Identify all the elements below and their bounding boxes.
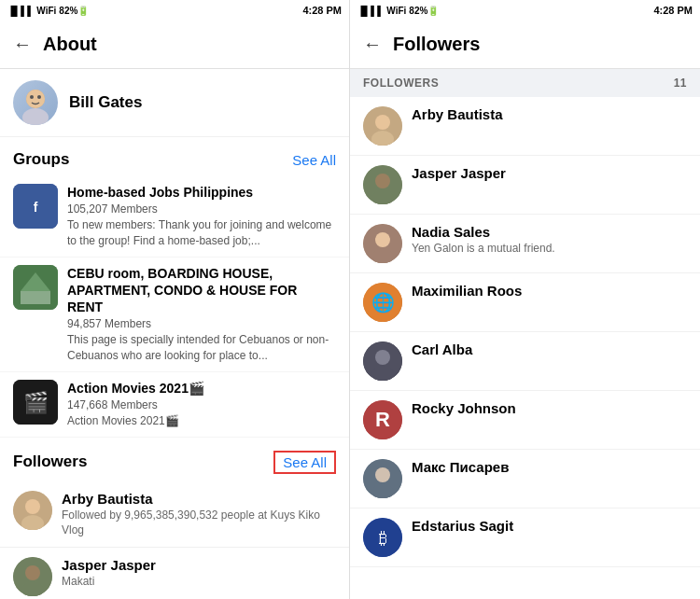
svg-text:🎬: 🎬 bbox=[23, 390, 49, 415]
avatar-arby-left bbox=[13, 491, 52, 530]
wifi-icon: WiFi bbox=[36, 6, 56, 16]
right-follower-name-3: Maximilian Roos bbox=[412, 283, 687, 299]
group-item-3[interactable]: 🎬 Action Movies 2021🎬 147,668 Members Ac… bbox=[0, 372, 349, 438]
group-members-3: 147,668 Members bbox=[67, 398, 336, 411]
follower-info-1: Arby Bautista Followed by 9,965,385,390,… bbox=[62, 491, 336, 537]
followers-label-bar: FOLLOWERS 11 bbox=[350, 69, 700, 97]
left-panel: ▐▌▌▌ WiFi 82%🔋 4:28 PM ← About Bill Gat bbox=[0, 0, 350, 599]
right-follower-name-6: Макс Писарев bbox=[412, 459, 687, 475]
rocky-img-right: R bbox=[363, 400, 402, 439]
group-item-2[interactable]: CEBU room, BOARDING HOUSE, APARTMENT, CO… bbox=[0, 258, 349, 372]
battery-icon-right: 82%🔋 bbox=[409, 6, 439, 16]
follower-sub-1: Followed by 9,965,385,390,532 people at … bbox=[62, 508, 336, 537]
group-info-2: CEBU room, BOARDING HOUSE, APARTMENT, CO… bbox=[67, 265, 336, 364]
right-follower-0[interactable]: Arby Bautista bbox=[350, 97, 700, 156]
svg-point-4 bbox=[37, 95, 41, 99]
back-button-left[interactable]: ← bbox=[13, 34, 32, 55]
page-title-right: Followers bbox=[393, 34, 480, 55]
groups-see-all[interactable]: See All bbox=[292, 152, 336, 168]
right-follower-name-2: Nadia Sales bbox=[412, 224, 687, 240]
avatar-ed-right: ₿ bbox=[363, 518, 402, 557]
avatar-bill-img bbox=[13, 80, 58, 125]
time-left: 4:28 PM bbox=[302, 5, 342, 16]
group-avatar-1: f bbox=[13, 184, 58, 229]
avatar-nadia-right bbox=[363, 224, 402, 263]
followers-count: 11 bbox=[674, 77, 687, 90]
group-avatar-3: 🎬 bbox=[13, 380, 58, 425]
group-members-1: 105,207 Members bbox=[67, 202, 336, 216]
right-follower-info-3: Maximilian Roos bbox=[412, 283, 687, 299]
profile-section: Bill Gates bbox=[0, 69, 349, 137]
back-button-right[interactable]: ← bbox=[363, 34, 382, 55]
ed-img-right: ₿ bbox=[363, 518, 402, 557]
svg-point-2 bbox=[26, 90, 45, 108]
groups-title: Groups bbox=[13, 150, 69, 169]
followers-see-all[interactable]: See All bbox=[273, 451, 336, 474]
right-follower-info-2: Nadia Sales Yen Galon is a mutual friend… bbox=[412, 224, 687, 257]
group-avatar-2 bbox=[13, 265, 58, 310]
group-img-1: f bbox=[13, 184, 58, 229]
right-follower-name-1: Jasper Jasper bbox=[412, 165, 687, 181]
svg-point-25 bbox=[375, 174, 390, 188]
svg-point-38 bbox=[375, 467, 390, 482]
svg-text:R: R bbox=[375, 408, 390, 431]
groups-section-header: Groups See All bbox=[0, 137, 349, 176]
follower-item-2[interactable]: Jasper Jasper Makati bbox=[0, 548, 349, 599]
group-name-1: Home-based Jobs Philippines bbox=[67, 184, 336, 201]
right-header: ← Followers bbox=[350, 21, 700, 69]
right-follower-3[interactable]: 🌐 Maximilian Roos bbox=[350, 273, 700, 332]
right-follower-2[interactable]: Nadia Sales Yen Galon is a mutual friend… bbox=[350, 215, 700, 273]
avatar-maks-right bbox=[363, 459, 402, 498]
right-content: Arby Bautista Jasper Jasper bbox=[350, 97, 700, 599]
group-name-3: Action Movies 2021🎬 bbox=[67, 380, 336, 397]
right-follower-7[interactable]: ₿ Edstarius Sagit bbox=[350, 508, 700, 567]
status-icons-left: ▐▌▌▌ WiFi 82%🔋 bbox=[7, 6, 89, 16]
signal-icon: ▐▌▌▌ bbox=[7, 6, 34, 16]
right-follower-4[interactable]: Carl Alba bbox=[350, 332, 700, 391]
follower-item-1[interactable]: Arby Bautista Followed by 9,965,385,390,… bbox=[0, 481, 349, 548]
right-follower-info-4: Carl Alba bbox=[412, 341, 687, 357]
right-follower-info-0: Arby Bautista bbox=[412, 106, 687, 122]
follower-sub-2: Makati bbox=[62, 575, 336, 590]
group-members-2: 94,857 Members bbox=[67, 317, 336, 330]
svg-point-13 bbox=[25, 499, 40, 514]
right-follower-info-6: Макс Писарев bbox=[412, 459, 687, 475]
group-info-3: Action Movies 2021🎬 147,668 Members Acti… bbox=[67, 380, 336, 429]
right-follower-1[interactable]: Jasper Jasper bbox=[350, 156, 700, 215]
avatar-jasper-left bbox=[13, 557, 52, 596]
time-right: 4:28 PM bbox=[653, 5, 693, 16]
follower-info-2: Jasper Jasper Makati bbox=[62, 557, 336, 590]
status-bar-right: ▐▌▌▌ WiFi 82%🔋 4:28 PM bbox=[350, 0, 700, 21]
svg-point-3 bbox=[30, 95, 34, 99]
left-header: ← About bbox=[0, 21, 349, 69]
svg-text:₿: ₿ bbox=[379, 529, 387, 548]
left-content: Bill Gates Groups See All f Home-based J… bbox=[0, 69, 349, 599]
right-follower-info-7: Edstarius Sagit bbox=[412, 518, 687, 534]
followers-label: FOLLOWERS bbox=[363, 77, 439, 90]
right-follower-sub-2: Yen Galon is a mutual friend. bbox=[412, 242, 687, 257]
right-follower-6[interactable]: Макс Писарев bbox=[350, 450, 700, 508]
group-item-1[interactable]: f Home-based Jobs Philippines 105,207 Me… bbox=[0, 176, 349, 258]
follower-name-2: Jasper Jasper bbox=[62, 557, 336, 573]
svg-text:🌐: 🌐 bbox=[371, 291, 395, 313]
avatar-jasper-right bbox=[363, 165, 402, 204]
nadia-img-right bbox=[363, 224, 402, 263]
page-title-left: About bbox=[43, 34, 97, 55]
svg-point-22 bbox=[375, 115, 390, 130]
battery-icon: 82%🔋 bbox=[59, 6, 89, 16]
followers-title: Followers bbox=[13, 453, 87, 471]
group-desc-1: To new members: Thank you for joining an… bbox=[67, 217, 336, 249]
svg-point-1 bbox=[22, 108, 49, 125]
right-follower-5[interactable]: R Rocky Johnson bbox=[350, 391, 700, 450]
group-desc-2: This page is specially intended for Cebu… bbox=[67, 332, 336, 364]
status-icons-right: ▐▌▌▌ WiFi 82%🔋 bbox=[357, 6, 439, 16]
jasper-img-right bbox=[363, 165, 402, 204]
group-img-2 bbox=[13, 265, 58, 310]
group-img-3: 🎬 bbox=[13, 380, 58, 425]
right-follower-name-0: Arby Bautista bbox=[412, 106, 687, 122]
group-info-1: Home-based Jobs Philippines 105,207 Memb… bbox=[67, 184, 336, 249]
avatar-rocky-right: R bbox=[363, 400, 402, 439]
avatar-arby-right bbox=[363, 106, 402, 146]
wifi-icon-right: WiFi bbox=[386, 6, 406, 16]
follower-name-1: Arby Bautista bbox=[62, 491, 336, 507]
